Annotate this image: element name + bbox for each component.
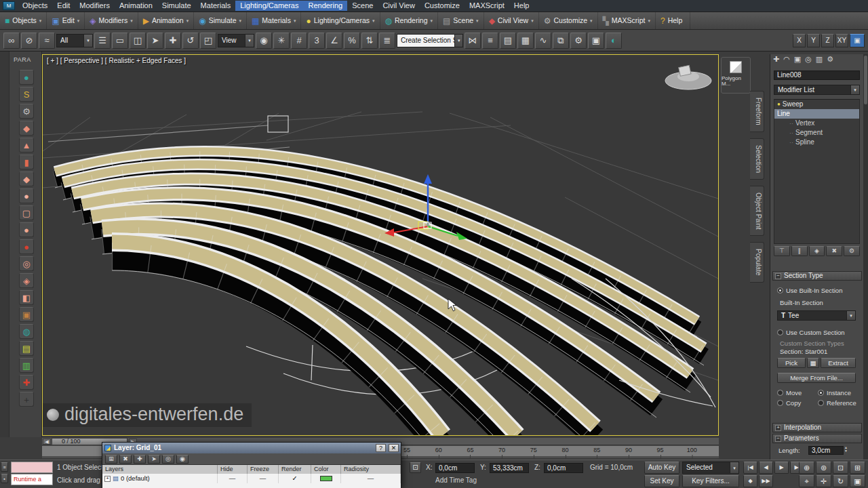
hide-all-icon[interactable]: ◉ xyxy=(176,455,189,464)
mini-listener-icon[interactable]: ≡ xyxy=(1,462,8,472)
menu-item[interactable]: Objects xyxy=(18,1,52,11)
scene-pedestal-object[interactable] xyxy=(665,65,711,89)
key-filter-dropdown[interactable]: Selected ▾ xyxy=(682,462,739,474)
new-layer-icon[interactable]: ⊞ xyxy=(105,455,117,464)
radiosity-toggle[interactable]: — xyxy=(341,474,401,483)
motion-tab-icon[interactable]: ◎ xyxy=(805,56,812,63)
modifier-stack-row[interactable]: ● Sweep xyxy=(774,100,859,109)
extract-button[interactable]: Extract xyxy=(821,358,856,368)
round-shape-icon[interactable]: ● xyxy=(19,188,34,203)
menu-item[interactable]: Lighting/Cameras xyxy=(235,1,303,11)
toolbar-group-button[interactable]: ▚ MAXScript ▾ xyxy=(598,12,656,29)
clone-type-radio[interactable]: Copy xyxy=(777,398,818,408)
layer-name[interactable]: 0 (default) xyxy=(121,475,150,482)
layer-row[interactable]: + ▤ 0 (default) — — ✓ — xyxy=(102,474,401,483)
axis-constraint-button[interactable]: X xyxy=(793,34,806,47)
toolbar-group-button[interactable]: ▦ Materials ▾ xyxy=(247,12,301,29)
toolbar-group-button[interactable]: ● Lighting/Cameras ▾ xyxy=(301,12,380,29)
remove-modifier-icon[interactable]: ✖ xyxy=(826,246,842,256)
select-in-layer-icon[interactable]: ➤ xyxy=(148,455,160,464)
select-manipulate-icon[interactable]: ✳ xyxy=(273,33,290,49)
auto-key-button[interactable]: Auto Key xyxy=(644,462,679,474)
render-toggle[interactable]: ✓ xyxy=(279,474,311,483)
time-back-icon[interactable]: ◀ xyxy=(43,439,51,445)
menu-item[interactable]: Animation xyxy=(115,1,157,11)
zoom-extents-icon[interactable]: ⊡ xyxy=(833,462,848,474)
display-tab-icon[interactable]: ▥ xyxy=(816,56,823,63)
clone-type-radio[interactable]: Move xyxy=(777,388,818,398)
rollout-interpolation[interactable]: + Interpolation xyxy=(772,423,862,432)
pentagon-shape-icon[interactable]: ▲ xyxy=(19,138,34,152)
polygon-modeling-panel[interactable]: Polygon M... xyxy=(721,57,751,94)
bars-tool-icon[interactable]: ▤ xyxy=(19,341,34,356)
modifier-stack-row[interactable]: ● Spline xyxy=(774,138,859,147)
percent-snap-icon[interactable]: % xyxy=(344,33,360,49)
toolbar-group-button[interactable]: ◉ Simulate ▾ xyxy=(194,12,247,29)
help-icon[interactable]: ? xyxy=(376,444,386,452)
dialog-title-bar[interactable]: Layer: Grid_01 ? ✕ xyxy=(102,443,401,453)
rollout-section-type[interactable]: − Section Type xyxy=(772,271,862,281)
square-shape-icon[interactable]: ▢ xyxy=(19,205,34,220)
key-filters-button[interactable]: Key Filters... xyxy=(682,475,739,487)
named-selection-set-dropdown[interactable]: Create Selection Se ▾ xyxy=(397,34,463,47)
menu-item[interactable]: Scene xyxy=(347,1,378,11)
viewport-label[interactable]: [ + ] [ Perspective ] [ Realistic + Edge… xyxy=(47,58,186,64)
gem-shape-icon[interactable]: ◈ xyxy=(19,273,34,288)
pin-stack-icon[interactable]: ⊤ xyxy=(774,246,790,256)
bar-shape-icon[interactable]: ▮ xyxy=(19,155,34,169)
modifier-stack-row[interactable]: ● Vertex xyxy=(774,119,859,128)
toolbar-group-button[interactable]: ▣ Edit ▾ xyxy=(47,12,85,29)
column-header[interactable]: Radiosity xyxy=(341,465,401,474)
diamond-shape-icon[interactable]: ◆ xyxy=(19,171,34,186)
ribbon-tab[interactable]: Object Paint xyxy=(750,186,764,236)
toolbar-group-button[interactable]: ▶ Animation ▾ xyxy=(138,12,194,29)
z-coordinate-field[interactable]: 0,0cm xyxy=(544,463,583,473)
ribbon-tab[interactable]: Populate xyxy=(750,242,764,282)
menu-item[interactable]: Help xyxy=(509,1,534,11)
xyz-constraint-button[interactable]: ▣ xyxy=(850,34,865,47)
select-by-name-icon[interactable]: ☰ xyxy=(94,33,111,49)
bind-spacewarp-icon[interactable]: ≈ xyxy=(39,33,55,49)
modify-tab-icon[interactable]: ◠ xyxy=(783,56,790,63)
layer-color-cell[interactable] xyxy=(311,474,341,483)
length-field[interactable]: 3,0cm xyxy=(808,446,844,455)
snap-toggle-icon[interactable]: 3 xyxy=(309,33,325,49)
use-pivot-center-icon[interactable]: ◉ xyxy=(256,33,272,49)
delete-layer-icon[interactable]: ✖ xyxy=(119,455,132,464)
modifier-stack-row[interactable]: ● Line xyxy=(774,109,859,119)
mirror-icon[interactable]: ⋈ xyxy=(465,33,481,49)
menu-item[interactable]: Modifiers xyxy=(75,1,115,11)
axis-constraint-button[interactable]: Y xyxy=(807,34,820,47)
cube-tool-icon[interactable]: ▣ xyxy=(19,307,34,322)
select-and-move-icon[interactable]: ✚ xyxy=(165,33,181,49)
render-production-icon[interactable]: ◐ xyxy=(606,33,622,49)
use-builtin-radio[interactable]: Use Built-In Section xyxy=(777,287,842,294)
gear-tool-icon[interactable]: ⚙ xyxy=(19,104,34,119)
ribbon-tab[interactable]: Selection xyxy=(750,138,764,180)
dot-shape-icon[interactable]: ● xyxy=(19,222,34,237)
zoom-all-icon[interactable]: ⊛ xyxy=(816,462,831,474)
expand-icon[interactable]: + xyxy=(104,476,111,482)
menu-item[interactable]: Civil View xyxy=(378,1,419,11)
toolbar-group-button[interactable]: ◍ Rendering ▾ xyxy=(380,12,438,29)
toolbar-group-button[interactable]: ▤ Scene ▾ xyxy=(438,12,484,29)
add-time-tag[interactable]: Add Time Tag xyxy=(435,477,477,484)
go-to-start-icon[interactable]: |◀ xyxy=(743,462,757,474)
pick-button[interactable]: Pick xyxy=(777,358,806,368)
column-header[interactable]: Color xyxy=(311,465,341,474)
viewport-canvas[interactable] xyxy=(43,55,718,435)
configure-modifier-icon[interactable]: ⚙ xyxy=(844,246,860,256)
menu-item[interactable]: MAXScript xyxy=(465,1,509,11)
select-object-icon[interactable]: ➤ xyxy=(147,33,163,49)
sphere-tool-icon[interactable]: ● xyxy=(19,70,34,85)
fov-icon[interactable]: ⌖ xyxy=(799,475,814,487)
clone-type-radio[interactable]: Instance xyxy=(818,388,859,398)
modifier-stack-row[interactable]: ● Segment xyxy=(774,128,859,138)
spline-tool-icon[interactable]: S xyxy=(19,87,34,102)
rendered-frame-icon[interactable]: ▣ xyxy=(588,33,604,49)
spinner-snap-icon[interactable]: ⇅ xyxy=(361,33,378,49)
move-tool-icon[interactable]: ＋ xyxy=(19,392,34,407)
torus-shape-icon[interactable]: ◎ xyxy=(19,256,34,271)
play-icon[interactable]: ▶ xyxy=(774,462,789,474)
use-custom-radio[interactable]: Use Custom Section xyxy=(777,329,845,336)
